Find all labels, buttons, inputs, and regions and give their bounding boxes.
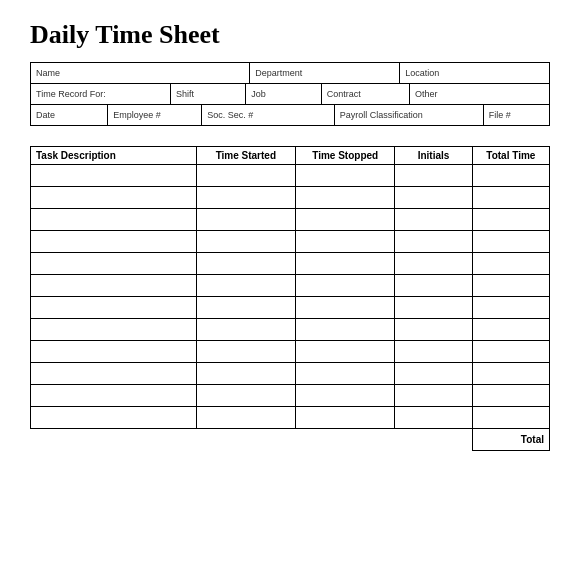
initials-cell[interactable] — [395, 187, 472, 209]
initials-cell[interactable] — [395, 253, 472, 275]
task-desc-cell[interactable] — [31, 253, 197, 275]
total-cell[interactable] — [472, 319, 549, 341]
time-started-cell[interactable] — [196, 385, 295, 407]
time-stopped-cell[interactable] — [296, 275, 395, 297]
time-started-cell[interactable] — [196, 209, 295, 231]
contract-label: Contract — [327, 89, 361, 99]
time-stopped-cell[interactable] — [296, 385, 395, 407]
task-table: Task Description Time Started Time Stopp… — [30, 146, 550, 451]
task-desc-cell[interactable] — [31, 165, 197, 187]
task-desc-cell[interactable] — [31, 341, 197, 363]
loc-cell: Location — [400, 63, 549, 83]
initials-cell[interactable] — [395, 209, 472, 231]
job-cell: Job — [246, 84, 321, 104]
initials-cell[interactable] — [395, 385, 472, 407]
time-stopped-cell[interactable] — [296, 363, 395, 385]
soc-sec-cell: Soc. Sec. # — [202, 105, 335, 125]
total-cell[interactable] — [472, 385, 549, 407]
time-started-cell[interactable] — [196, 231, 295, 253]
soc-sec-label: Soc. Sec. # — [207, 110, 253, 120]
time-started-cell[interactable] — [196, 341, 295, 363]
date-cell: Date — [31, 105, 108, 125]
time-started-cell[interactable] — [196, 275, 295, 297]
task-desc-cell[interactable] — [31, 385, 197, 407]
time-record-label: Time Record For: — [36, 89, 106, 99]
table-row — [31, 385, 550, 407]
time-stopped-header: Time Stopped — [296, 147, 395, 165]
initials-cell[interactable] — [395, 165, 472, 187]
header-row-3: Date Employee # Soc. Sec. # Payroll Clas… — [31, 105, 549, 125]
total-cell[interactable] — [472, 231, 549, 253]
task-desc-cell[interactable] — [31, 275, 197, 297]
employee-label: Employee # — [113, 110, 161, 120]
file-cell: File # — [484, 105, 549, 125]
total-cell[interactable] — [472, 275, 549, 297]
total-cell[interactable] — [472, 297, 549, 319]
table-row — [31, 187, 550, 209]
task-desc-cell[interactable] — [31, 231, 197, 253]
total-row: Total — [31, 429, 550, 451]
time-started-cell[interactable] — [196, 165, 295, 187]
header-row-2: Time Record For: Shift Job Contract Othe… — [31, 84, 549, 105]
time-stopped-cell[interactable] — [296, 165, 395, 187]
shift-cell: Shift — [171, 84, 246, 104]
time-stopped-cell[interactable] — [296, 297, 395, 319]
initials-cell[interactable] — [395, 275, 472, 297]
time-stopped-cell[interactable] — [296, 187, 395, 209]
task-desc-cell[interactable] — [31, 363, 197, 385]
header-row-1: Name Department Location — [31, 63, 549, 84]
table-row — [31, 297, 550, 319]
task-desc-cell[interactable] — [31, 407, 197, 429]
table-row — [31, 253, 550, 275]
time-stopped-cell[interactable] — [296, 231, 395, 253]
total-label-cell — [31, 429, 473, 451]
page-title: Daily Time Sheet — [30, 20, 550, 50]
task-desc-cell[interactable] — [31, 319, 197, 341]
table-row — [31, 319, 550, 341]
time-record-cell: Time Record For: — [31, 84, 171, 104]
time-stopped-cell[interactable] — [296, 253, 395, 275]
total-cell[interactable] — [472, 363, 549, 385]
other-label: Other — [415, 89, 438, 99]
header-section: Name Department Location Time Record For… — [30, 62, 550, 126]
table-row — [31, 341, 550, 363]
time-stopped-cell[interactable] — [296, 341, 395, 363]
initials-header: Initials — [395, 147, 472, 165]
time-started-cell[interactable] — [196, 407, 295, 429]
file-label: File # — [489, 110, 511, 120]
date-label: Date — [36, 110, 55, 120]
payroll-label: Payroll Classification — [340, 110, 423, 120]
total-cell[interactable] — [472, 341, 549, 363]
task-desc-cell[interactable] — [31, 209, 197, 231]
time-started-cell[interactable] — [196, 297, 295, 319]
total-cell[interactable] — [472, 253, 549, 275]
payroll-cell: Payroll Classification — [335, 105, 484, 125]
task-desc-cell[interactable] — [31, 297, 197, 319]
initials-cell[interactable] — [395, 319, 472, 341]
job-label: Job — [251, 89, 266, 99]
contract-cell: Contract — [322, 84, 410, 104]
total-cell[interactable] — [472, 407, 549, 429]
total-cell[interactable] — [472, 165, 549, 187]
time-stopped-cell[interactable] — [296, 407, 395, 429]
initials-cell[interactable] — [395, 407, 472, 429]
table-row — [31, 363, 550, 385]
initials-cell[interactable] — [395, 363, 472, 385]
time-started-cell[interactable] — [196, 253, 295, 275]
task-table-header-row: Task Description Time Started Time Stopp… — [31, 147, 550, 165]
time-stopped-cell[interactable] — [296, 319, 395, 341]
total-cell[interactable] — [472, 209, 549, 231]
total-cell[interactable] — [472, 187, 549, 209]
table-row — [31, 407, 550, 429]
time-started-cell[interactable] — [196, 319, 295, 341]
time-started-cell[interactable] — [196, 187, 295, 209]
table-row — [31, 275, 550, 297]
time-stopped-cell[interactable] — [296, 209, 395, 231]
initials-cell[interactable] — [395, 341, 472, 363]
time-started-cell[interactable] — [196, 363, 295, 385]
initials-cell[interactable] — [395, 297, 472, 319]
initials-cell[interactable] — [395, 231, 472, 253]
task-desc-cell[interactable] — [31, 187, 197, 209]
other-cell: Other — [410, 84, 549, 104]
table-row — [31, 231, 550, 253]
